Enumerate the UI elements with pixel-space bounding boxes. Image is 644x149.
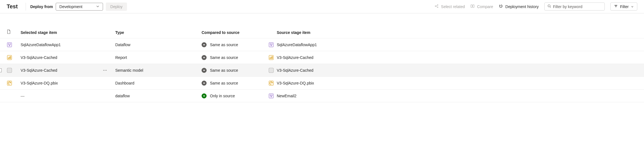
compare-icon	[470, 4, 475, 9]
filter-icon	[614, 4, 618, 9]
same-as-source-icon	[202, 55, 207, 60]
selected-item-name: V3-SqlAzure-Cached	[21, 68, 115, 73]
status-label: Only in source	[210, 94, 235, 98]
comparison-status: Only in source	[202, 93, 268, 98]
svg-rect-25	[10, 56, 11, 59]
items-table: Selected stage item Type Compared to sou…	[0, 13, 644, 102]
status-label: Same as source	[210, 43, 238, 47]
svg-point-46	[271, 69, 271, 69]
svg-point-49	[271, 70, 271, 71]
svg-rect-6	[473, 5, 474, 8]
svg-rect-23	[8, 58, 9, 59]
svg-point-1	[437, 5, 438, 6]
share-icon	[434, 4, 439, 9]
table-row[interactable]: V3-SqlAzure-Cached Semantic model Same a…	[0, 64, 644, 77]
status-label: Same as source	[210, 68, 238, 73]
item-type-icon	[7, 68, 12, 73]
divider	[26, 3, 26, 11]
search-icon	[547, 4, 551, 9]
source-type-icon	[268, 68, 274, 73]
svg-rect-62	[269, 94, 273, 98]
status-label: Same as source	[210, 55, 238, 60]
comparison-status: Same as source	[202, 81, 268, 86]
svg-rect-12	[7, 43, 12, 47]
selected-item-name: SqlAzureDataflowApp1	[21, 43, 115, 47]
source-type-icon	[268, 80, 274, 86]
svg-point-48	[270, 70, 270, 71]
source-item-name: SqlAzureDataflowApp1	[277, 43, 637, 47]
select-related-button[interactable]: Select related	[434, 4, 465, 9]
svg-point-47	[272, 69, 273, 69]
svg-point-45	[270, 69, 270, 69]
selected-item-name: V3-SqlAzure-DQ.pbix	[21, 81, 115, 85]
svg-rect-29	[270, 58, 270, 59]
toolbar-actions: Select related Compare Deployment histor…	[434, 3, 637, 11]
item-type-icon	[7, 93, 12, 99]
search-input[interactable]	[553, 4, 602, 9]
filter-label: Filter	[620, 4, 629, 9]
history-icon	[499, 4, 503, 9]
svg-point-40	[9, 71, 10, 72]
header-source[interactable]: Source stage item	[277, 30, 637, 35]
filter-button[interactable]: Filter	[610, 3, 637, 11]
source-item-name: V3-SqlAzure-Cached	[277, 55, 637, 60]
table-row[interactable]: V3-SqlAzure-DQ.pbix Dashboard Same as so…	[0, 77, 644, 90]
same-as-source-icon	[202, 42, 207, 47]
row-checkbox[interactable]	[0, 68, 2, 72]
status-label: Same as source	[210, 81, 238, 85]
header-icon-col	[7, 29, 21, 35]
svg-rect-18	[269, 43, 273, 47]
svg-rect-24	[9, 57, 10, 59]
source-type-icon	[268, 55, 274, 60]
item-type-icon	[7, 42, 12, 48]
table-row[interactable]: V3-SqlAzure-Cached Report Same as source…	[0, 51, 644, 64]
more-options-button[interactable]: ···	[103, 68, 107, 73]
deploy-controls: Deploy from Development Deploy	[30, 3, 127, 11]
svg-point-50	[272, 70, 273, 71]
item-type-icon	[7, 55, 12, 60]
same-as-source-icon	[202, 81, 207, 86]
header-selected[interactable]: Selected stage item	[21, 30, 115, 35]
compare-button[interactable]: Compare	[470, 4, 493, 9]
svg-point-36	[8, 70, 9, 71]
source-item-name: NewEmail2	[277, 94, 637, 98]
svg-point-41	[10, 71, 11, 72]
header-compared[interactable]: Compared to source	[202, 30, 268, 35]
table-row[interactable]: — dataflow Only in source NewEmail2	[0, 90, 644, 102]
comparison-status: Same as source	[202, 42, 268, 47]
svg-point-34	[9, 69, 10, 69]
table-row[interactable]: SqlAzureDataflowApp1 Dataflow Same as so…	[0, 38, 644, 51]
source-type-icon	[268, 93, 274, 99]
svg-point-7	[548, 5, 550, 7]
search-input-wrapper[interactable]	[544, 3, 605, 11]
source-item-name: V3-SqlAzure-Cached	[277, 68, 637, 73]
svg-point-53	[272, 71, 273, 72]
svg-point-33	[8, 69, 9, 69]
svg-line-3	[436, 5, 437, 6]
selected-item-name: V3-SqlAzure-Cached	[21, 55, 115, 60]
compare-label: Compare	[477, 4, 493, 9]
source-type-icon	[268, 42, 274, 48]
same-as-source-icon	[202, 68, 207, 73]
header-type[interactable]: Type	[115, 30, 202, 35]
svg-point-2	[437, 7, 438, 8]
select-related-label: Select related	[441, 4, 465, 9]
deployment-history-label: Deployment history	[505, 4, 539, 9]
comparison-status: Same as source	[202, 55, 268, 60]
deployment-history-button[interactable]: Deployment history	[499, 4, 539, 9]
deploy-button[interactable]: Deploy	[106, 3, 127, 11]
svg-point-52	[271, 71, 271, 72]
svg-rect-5	[471, 5, 472, 8]
chevron-down-icon	[631, 4, 634, 9]
item-type: Dataflow	[115, 43, 202, 47]
svg-point-35	[10, 69, 11, 69]
deploy-from-label: Deploy from	[30, 4, 53, 9]
svg-line-8	[550, 7, 551, 8]
svg-point-51	[270, 71, 270, 72]
table-header: Selected stage item Type Compared to sou…	[0, 13, 644, 38]
svg-rect-30	[271, 57, 271, 59]
source-item-name: V3-SqlAzure-DQ.pbix	[277, 81, 637, 85]
stage-dropdown[interactable]: Development	[56, 3, 103, 11]
page-title: Test	[7, 3, 18, 10]
selected-item-name: —	[21, 94, 115, 98]
